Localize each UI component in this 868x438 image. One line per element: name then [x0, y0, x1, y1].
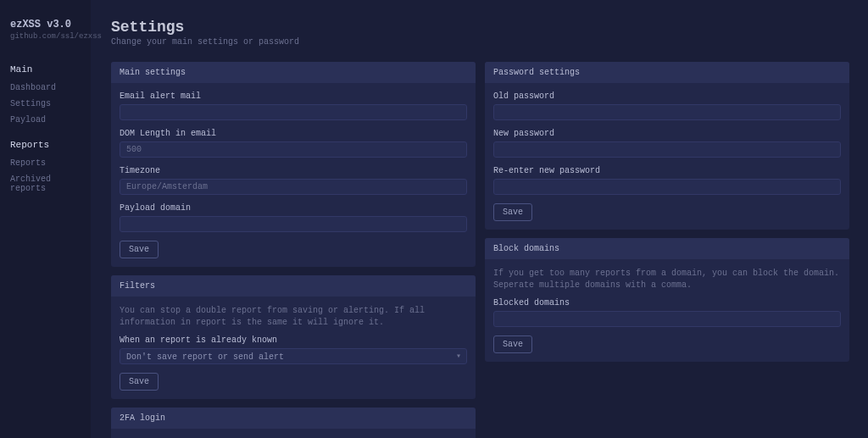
label-old-password: Old password: [493, 91, 841, 101]
label-dom-length: DOM Length in email: [120, 129, 467, 138]
card-block-domains: Block domains If you get too many report…: [485, 238, 849, 362]
sidebar: ezXSS v3.0 github.com/ssl/ezxss Main Das…: [0, 0, 91, 438]
brand-title: ezXSS v3.0: [10, 19, 81, 30]
input-timezone[interactable]: [120, 179, 467, 195]
nav-heading-main: Main: [10, 64, 81, 75]
main-content: Settings Change your main settings or pa…: [91, 0, 868, 438]
nav-reports[interactable]: Reports: [10, 155, 81, 171]
card-header-block-domains: Block domains: [485, 238, 849, 259]
card-header-main-settings: Main settings: [111, 62, 476, 83]
card-2fa: 2FA login You can activate Google Authen…: [111, 408, 476, 438]
card-header-filters: Filters: [111, 275, 476, 297]
page-title: Settings: [111, 19, 848, 36]
card-password: Password settings Old password New passw…: [485, 62, 849, 230]
input-email-alert[interactable]: [120, 104, 467, 120]
input-payload-domain[interactable]: [120, 216, 467, 232]
input-new-password[interactable]: [493, 141, 841, 158]
page-subtitle: Change your main settings or password: [111, 37, 848, 47]
card-filters: Filters You can stop a double report fro…: [111, 275, 476, 399]
brand-link[interactable]: github.com/ssl/ezxss: [10, 32, 81, 41]
input-blocked-domains[interactable]: [493, 311, 841, 327]
label-payload-domain: Payload domain: [120, 203, 467, 213]
label-email-alert: Email alert mail: [120, 91, 467, 101]
nav-settings[interactable]: Settings: [10, 96, 81, 112]
card-header-password: Password settings: [485, 62, 849, 83]
nav-payload[interactable]: Payload: [10, 112, 81, 128]
save-main-settings-button[interactable]: Save: [120, 241, 159, 258]
block-description: If you get too many reports from a domai…: [493, 268, 841, 291]
input-dom-length[interactable]: [120, 141, 467, 158]
label-timezone: Timezone: [120, 166, 467, 175]
save-block-button[interactable]: Save: [493, 335, 532, 353]
card-header-2fa: 2FA login: [111, 408, 476, 429]
select-report-known[interactable]: Don't save report or send alert: [120, 348, 467, 364]
save-password-button[interactable]: Save: [493, 203, 532, 221]
save-filters-button[interactable]: Save: [120, 373, 159, 391]
input-old-password[interactable]: [493, 104, 841, 120]
label-new-password: New password: [493, 129, 841, 138]
filters-description: You can stop a double report from saving…: [120, 305, 467, 329]
input-renew-password[interactable]: [493, 179, 841, 195]
label-report-known: When an report is already known: [120, 335, 467, 345]
card-main-settings: Main settings Email alert mail DOM Lengt…: [111, 62, 476, 267]
label-blocked-domains: Blocked domains: [493, 298, 841, 308]
nav-heading-reports: Reports: [10, 140, 81, 150]
nav-dashboard[interactable]: Dashboard: [10, 80, 81, 96]
label-renew-password: Re-enter new password: [493, 166, 841, 175]
nav-archived-reports[interactable]: Archived reports: [10, 171, 81, 197]
